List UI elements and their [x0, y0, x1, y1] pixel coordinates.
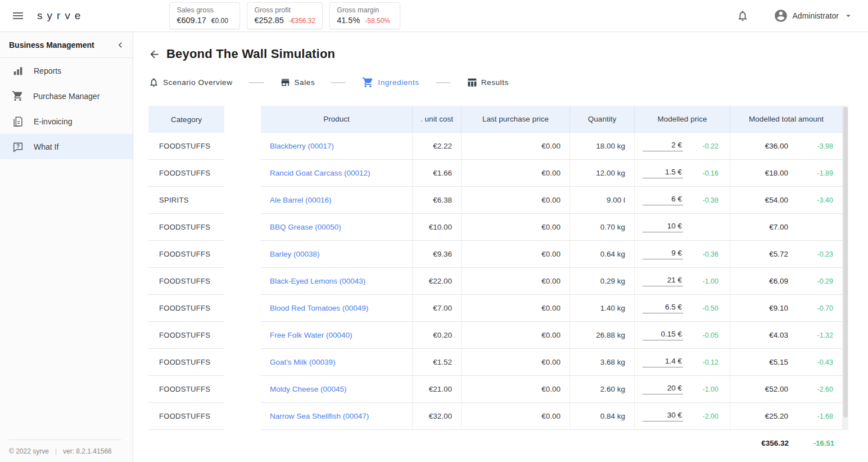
sidebar-item-label: What If: [34, 142, 58, 151]
modelled-total-amount: €54.00: [739, 196, 788, 204]
modelled-price-input[interactable]: [643, 249, 683, 259]
product-link[interactable]: Goat's Milk (00039): [270, 358, 336, 366]
category-cell: FOODSTUFFS: [148, 322, 224, 349]
modelled-total-cell: €18.00-1.89: [730, 160, 843, 186]
modelled-total-cell: €5.15-0.43: [730, 349, 843, 375]
sidebar-nav: ReportsPurchase ManagerE-invoicing?What …: [0, 58, 133, 159]
unit-cost-cell: €7.00: [413, 295, 462, 321]
modelled-price-input[interactable]: [643, 276, 683, 286]
modelled-total-cell: €6.09-0.29: [730, 268, 843, 294]
modelled-total-cell: €54.00-3.40: [730, 187, 843, 213]
table-row: Ale Barrel (00016)€6.38€0.009.00 l-0.38€…: [261, 187, 843, 214]
back-button[interactable]: [148, 48, 160, 60]
modelled-price-input[interactable]: [643, 411, 683, 421]
table-row: Barley (00038)€9.36€0.000.64 kg-0.36€5.7…: [261, 241, 843, 268]
category-cell: FOODSTUFFS: [148, 268, 224, 295]
table-row: Moldy Cheese (00045)€21.00€0.002.60 kg-1…: [261, 376, 843, 403]
quantity-cell: 2.60 kg: [570, 376, 635, 402]
unit-cost-cell: €1.52: [413, 349, 462, 375]
product-link[interactable]: Free Folk Water (00040): [270, 331, 352, 339]
stat-value: €609.17: [177, 16, 206, 25]
cart-icon: [362, 77, 374, 88]
modelled-total-amount: €52.00: [739, 385, 788, 393]
product-link[interactable]: Narrow Sea Shellfish (00047): [270, 412, 369, 420]
stat-label: Gross profit: [254, 6, 315, 14]
chevron-left-icon: [115, 39, 126, 51]
sidebar-item-e-invoicing[interactable]: E-invoicing: [0, 109, 133, 134]
category-cell: FOODSTUFFS: [148, 214, 224, 241]
product-link[interactable]: Black-Eyed Lemons (00043): [270, 277, 365, 285]
sidebar: Business Management ReportsPurchase Mana…: [0, 32, 133, 462]
table-total-row: €356.32 -16.51: [261, 430, 843, 456]
bar-chart-icon: [12, 65, 24, 77]
total-amount: €356.32: [739, 439, 789, 447]
modelled-price-input[interactable]: [643, 330, 683, 340]
product-link[interactable]: Rancid Goat Carcass (00012): [270, 169, 370, 177]
quantity-cell: 26.88 kg: [570, 322, 635, 348]
step-sales[interactable]: Sales: [280, 77, 315, 88]
modelled-total-amount: €5.15: [739, 358, 788, 366]
scrollbar-thumb[interactable]: [843, 107, 848, 418]
stat-cards: Sales gross€609.17€0.00Gross profit€252.…: [169, 2, 400, 29]
modelled-price-input[interactable]: [643, 141, 683, 151]
modelled-price-input[interactable]: [643, 168, 683, 178]
table-header-row: Product. unit costLast purchase priceQua…: [261, 106, 843, 133]
cart-icon: [12, 90, 24, 102]
category-cell: FOODSTUFFS: [148, 349, 224, 376]
modelled-price-delta: -0.50: [703, 304, 719, 312]
product-link[interactable]: Barley (00038): [270, 250, 320, 258]
user-menu[interactable]: Administrator: [774, 8, 853, 23]
hamburger-menu-button[interactable]: [11, 9, 25, 23]
sidebar-item-reports[interactable]: Reports: [0, 58, 133, 83]
product-link[interactable]: Blackberry (00017): [270, 142, 334, 150]
modelled-total-amount: €25.20: [739, 412, 788, 420]
version-text: ver: 8.2.1.41566: [63, 447, 112, 455]
table-row: BBQ Grease (00050)€10.00€0.000.70 kg€7.0…: [261, 214, 843, 241]
vertical-scrollbar[interactable]: [843, 106, 848, 430]
copyright-text: © 2022 syrve: [9, 447, 49, 455]
modelled-price-input[interactable]: [643, 222, 683, 232]
quantity-cell: 18.00 kg: [570, 133, 635, 159]
step-label: Scenario Overview: [163, 78, 233, 87]
modelled-price-delta: -1.00: [703, 385, 719, 393]
user-name: Administrator: [793, 11, 839, 20]
stat-value: €252.85: [254, 16, 283, 25]
step-label: Results: [481, 78, 509, 87]
last-purchase-price-cell: €0.00: [462, 268, 570, 294]
modelled-total-cell: €25.20-1.68: [730, 403, 843, 429]
sidebar-item-what-if[interactable]: ?What If: [0, 134, 133, 159]
table-row: Rancid Goat Carcass (00012)€1.66€0.0012.…: [261, 160, 843, 187]
stat-secondary-value: -58.50%: [365, 17, 390, 25]
document-icon: [12, 115, 24, 128]
modelled-total-delta: -3.98: [813, 142, 833, 150]
product-link[interactable]: Ale Barrel (00016): [270, 196, 332, 204]
step-ingredients[interactable]: Ingredients: [362, 77, 419, 88]
step-label: Sales: [295, 78, 315, 87]
modelled-price-input[interactable]: [643, 357, 683, 367]
notifications-button[interactable]: [736, 10, 749, 22]
stat-secondary-value: €0.00: [211, 17, 228, 25]
modelled-price-input[interactable]: [643, 195, 683, 205]
modelled-price-input[interactable]: [643, 384, 683, 394]
table-row: Blood Red Tomatoes (00049)€7.00€0.001.40…: [261, 295, 843, 322]
unit-cost-cell: €0.20: [413, 322, 462, 348]
product-link[interactable]: Moldy Cheese (00045): [270, 385, 347, 393]
stat-value: 41.5%: [337, 16, 360, 25]
collapse-sidebar-button[interactable]: [115, 39, 126, 51]
sidebar-item-purchase-manager[interactable]: Purchase Manager: [0, 83, 133, 109]
product-link[interactable]: BBQ Grease (00050): [270, 223, 341, 231]
modelled-total-delta: -0.43: [813, 358, 833, 366]
modelled-total-delta: -0.29: [813, 277, 833, 285]
hamburger-icon: [11, 9, 25, 23]
product-link[interactable]: Blood Red Tomatoes (00049): [270, 304, 368, 312]
step-results[interactable]: Results: [467, 77, 509, 88]
column-header-product: Product: [261, 106, 413, 133]
modelled-total-cell: €7.00: [730, 214, 843, 240]
category-cell: FOODSTUFFS: [148, 241, 224, 268]
sidebar-item-label: E-invoicing: [34, 117, 72, 126]
modelled-price-input[interactable]: [643, 303, 683, 313]
step-scenario-overview[interactable]: Scenario Overview: [148, 77, 233, 88]
modelled-total-amount: €36.00: [739, 142, 788, 150]
unit-cost-cell: €1.66: [413, 160, 462, 186]
modelled-price-delta: -1.00: [703, 277, 719, 285]
